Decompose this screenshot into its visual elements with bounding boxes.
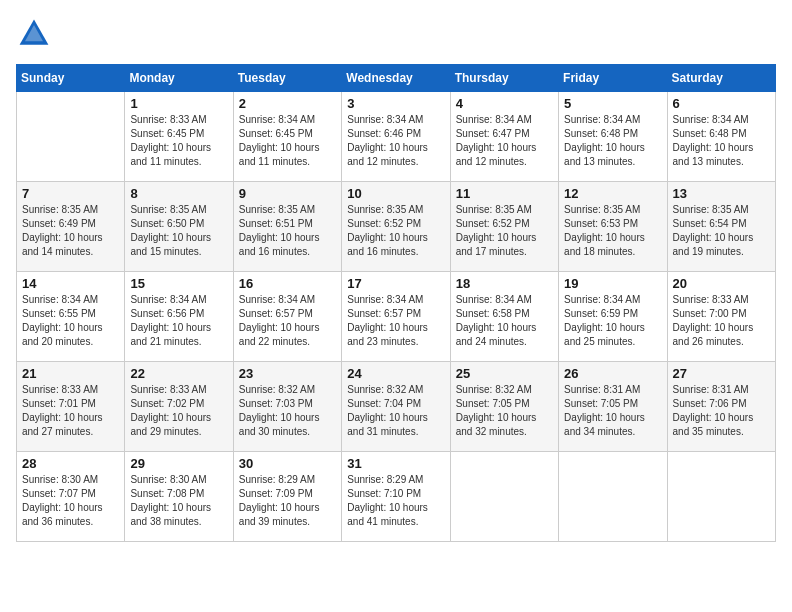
day-number: 23: [239, 366, 336, 381]
calendar-cell: 18Sunrise: 8:34 AMSunset: 6:58 PMDayligh…: [450, 272, 558, 362]
calendar-cell: 14Sunrise: 8:34 AMSunset: 6:55 PMDayligh…: [17, 272, 125, 362]
logo: [16, 16, 54, 52]
calendar-cell: 30Sunrise: 8:29 AMSunset: 7:09 PMDayligh…: [233, 452, 341, 542]
calendar-cell: 23Sunrise: 8:32 AMSunset: 7:03 PMDayligh…: [233, 362, 341, 452]
day-info: Sunrise: 8:34 AMSunset: 6:59 PMDaylight:…: [564, 293, 661, 349]
calendar-table: SundayMondayTuesdayWednesdayThursdayFrid…: [16, 64, 776, 542]
calendar-cell: 24Sunrise: 8:32 AMSunset: 7:04 PMDayligh…: [342, 362, 450, 452]
day-number: 4: [456, 96, 553, 111]
calendar-cell: 7Sunrise: 8:35 AMSunset: 6:49 PMDaylight…: [17, 182, 125, 272]
calendar-cell: [17, 92, 125, 182]
day-number: 21: [22, 366, 119, 381]
day-info: Sunrise: 8:35 AMSunset: 6:53 PMDaylight:…: [564, 203, 661, 259]
day-number: 3: [347, 96, 444, 111]
calendar-cell: 5Sunrise: 8:34 AMSunset: 6:48 PMDaylight…: [559, 92, 667, 182]
calendar-cell: 13Sunrise: 8:35 AMSunset: 6:54 PMDayligh…: [667, 182, 775, 272]
day-number: 18: [456, 276, 553, 291]
calendar-cell: 2Sunrise: 8:34 AMSunset: 6:45 PMDaylight…: [233, 92, 341, 182]
day-info: Sunrise: 8:33 AMSunset: 7:02 PMDaylight:…: [130, 383, 227, 439]
day-number: 31: [347, 456, 444, 471]
day-number: 16: [239, 276, 336, 291]
day-info: Sunrise: 8:30 AMSunset: 7:07 PMDaylight:…: [22, 473, 119, 529]
day-info: Sunrise: 8:33 AMSunset: 6:45 PMDaylight:…: [130, 113, 227, 169]
calendar-cell: 19Sunrise: 8:34 AMSunset: 6:59 PMDayligh…: [559, 272, 667, 362]
calendar-cell: 28Sunrise: 8:30 AMSunset: 7:07 PMDayligh…: [17, 452, 125, 542]
calendar-cell: 27Sunrise: 8:31 AMSunset: 7:06 PMDayligh…: [667, 362, 775, 452]
day-number: 14: [22, 276, 119, 291]
weekday-header-saturday: Saturday: [667, 65, 775, 92]
day-info: Sunrise: 8:32 AMSunset: 7:04 PMDaylight:…: [347, 383, 444, 439]
day-info: Sunrise: 8:34 AMSunset: 6:48 PMDaylight:…: [673, 113, 770, 169]
calendar-cell: 8Sunrise: 8:35 AMSunset: 6:50 PMDaylight…: [125, 182, 233, 272]
day-info: Sunrise: 8:35 AMSunset: 6:49 PMDaylight:…: [22, 203, 119, 259]
day-number: 10: [347, 186, 444, 201]
calendar-cell: 25Sunrise: 8:32 AMSunset: 7:05 PMDayligh…: [450, 362, 558, 452]
day-number: 22: [130, 366, 227, 381]
day-number: 6: [673, 96, 770, 111]
weekday-header-monday: Monday: [125, 65, 233, 92]
day-number: 1: [130, 96, 227, 111]
day-info: Sunrise: 8:34 AMSunset: 6:48 PMDaylight:…: [564, 113, 661, 169]
day-info: Sunrise: 8:29 AMSunset: 7:10 PMDaylight:…: [347, 473, 444, 529]
day-info: Sunrise: 8:32 AMSunset: 7:03 PMDaylight:…: [239, 383, 336, 439]
calendar-cell: 1Sunrise: 8:33 AMSunset: 6:45 PMDaylight…: [125, 92, 233, 182]
logo-icon: [16, 16, 52, 52]
day-number: 17: [347, 276, 444, 291]
day-number: 27: [673, 366, 770, 381]
calendar-cell: 22Sunrise: 8:33 AMSunset: 7:02 PMDayligh…: [125, 362, 233, 452]
calendar-cell: 29Sunrise: 8:30 AMSunset: 7:08 PMDayligh…: [125, 452, 233, 542]
day-number: 30: [239, 456, 336, 471]
day-info: Sunrise: 8:34 AMSunset: 6:47 PMDaylight:…: [456, 113, 553, 169]
day-info: Sunrise: 8:30 AMSunset: 7:08 PMDaylight:…: [130, 473, 227, 529]
calendar-cell: 12Sunrise: 8:35 AMSunset: 6:53 PMDayligh…: [559, 182, 667, 272]
calendar-cell: 15Sunrise: 8:34 AMSunset: 6:56 PMDayligh…: [125, 272, 233, 362]
calendar-cell: 9Sunrise: 8:35 AMSunset: 6:51 PMDaylight…: [233, 182, 341, 272]
calendar-cell: 6Sunrise: 8:34 AMSunset: 6:48 PMDaylight…: [667, 92, 775, 182]
day-number: 2: [239, 96, 336, 111]
calendar-cell: 3Sunrise: 8:34 AMSunset: 6:46 PMDaylight…: [342, 92, 450, 182]
day-info: Sunrise: 8:31 AMSunset: 7:06 PMDaylight:…: [673, 383, 770, 439]
weekday-header-sunday: Sunday: [17, 65, 125, 92]
day-info: Sunrise: 8:29 AMSunset: 7:09 PMDaylight:…: [239, 473, 336, 529]
day-number: 11: [456, 186, 553, 201]
day-number: 25: [456, 366, 553, 381]
day-number: 20: [673, 276, 770, 291]
day-info: Sunrise: 8:33 AMSunset: 7:01 PMDaylight:…: [22, 383, 119, 439]
day-info: Sunrise: 8:35 AMSunset: 6:54 PMDaylight:…: [673, 203, 770, 259]
day-number: 24: [347, 366, 444, 381]
day-number: 28: [22, 456, 119, 471]
day-number: 19: [564, 276, 661, 291]
day-number: 9: [239, 186, 336, 201]
calendar-header: SundayMondayTuesdayWednesdayThursdayFrid…: [17, 65, 776, 92]
day-info: Sunrise: 8:34 AMSunset: 6:45 PMDaylight:…: [239, 113, 336, 169]
weekday-header-thursday: Thursday: [450, 65, 558, 92]
day-info: Sunrise: 8:34 AMSunset: 6:57 PMDaylight:…: [347, 293, 444, 349]
day-info: Sunrise: 8:35 AMSunset: 6:50 PMDaylight:…: [130, 203, 227, 259]
day-number: 13: [673, 186, 770, 201]
day-number: 29: [130, 456, 227, 471]
day-info: Sunrise: 8:33 AMSunset: 7:00 PMDaylight:…: [673, 293, 770, 349]
page-header: [16, 16, 776, 52]
weekday-header-tuesday: Tuesday: [233, 65, 341, 92]
day-info: Sunrise: 8:35 AMSunset: 6:51 PMDaylight:…: [239, 203, 336, 259]
day-info: Sunrise: 8:34 AMSunset: 6:46 PMDaylight:…: [347, 113, 444, 169]
day-number: 8: [130, 186, 227, 201]
calendar-cell: 26Sunrise: 8:31 AMSunset: 7:05 PMDayligh…: [559, 362, 667, 452]
day-number: 26: [564, 366, 661, 381]
day-info: Sunrise: 8:34 AMSunset: 6:55 PMDaylight:…: [22, 293, 119, 349]
calendar-cell: 20Sunrise: 8:33 AMSunset: 7:00 PMDayligh…: [667, 272, 775, 362]
day-number: 7: [22, 186, 119, 201]
weekday-header-wednesday: Wednesday: [342, 65, 450, 92]
calendar-cell: 21Sunrise: 8:33 AMSunset: 7:01 PMDayligh…: [17, 362, 125, 452]
day-info: Sunrise: 8:32 AMSunset: 7:05 PMDaylight:…: [456, 383, 553, 439]
day-number: 5: [564, 96, 661, 111]
calendar-cell: 4Sunrise: 8:34 AMSunset: 6:47 PMDaylight…: [450, 92, 558, 182]
day-info: Sunrise: 8:31 AMSunset: 7:05 PMDaylight:…: [564, 383, 661, 439]
calendar-cell: 17Sunrise: 8:34 AMSunset: 6:57 PMDayligh…: [342, 272, 450, 362]
calendar-cell: [559, 452, 667, 542]
day-number: 15: [130, 276, 227, 291]
day-info: Sunrise: 8:34 AMSunset: 6:56 PMDaylight:…: [130, 293, 227, 349]
day-info: Sunrise: 8:35 AMSunset: 6:52 PMDaylight:…: [456, 203, 553, 259]
day-number: 12: [564, 186, 661, 201]
calendar-cell: 11Sunrise: 8:35 AMSunset: 6:52 PMDayligh…: [450, 182, 558, 272]
